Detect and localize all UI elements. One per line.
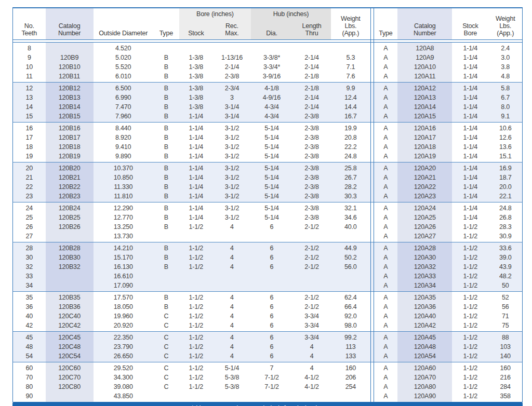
col-header-type: Type <box>153 8 179 40</box>
col-header-weight: Weight Lbs. (App.) <box>331 8 370 40</box>
cell-bore-rec-max: 3-1/2 <box>213 163 251 173</box>
cell-outside-diameter: 19.960 <box>94 312 153 321</box>
cell-bore-rec-max: 3-1/4 <box>213 112 251 123</box>
cell-type: B <box>153 262 179 272</box>
cell-bore-stock: 1-1/2 <box>179 382 213 391</box>
row-group: 24120B2412.290B1-1/43-1/25-1/42-3/832.1A… <box>13 202 523 242</box>
cell-type: B <box>153 102 179 112</box>
cell-right-catalog-number: 120A9 <box>397 53 452 62</box>
cell-bore-stock: 1-1/4 <box>179 142 213 152</box>
cell-right-stock-bore: 1-1/4 <box>452 83 488 93</box>
cell-bore-stock: 1-3/8 <box>179 102 213 112</box>
table-row: 12120B126.500B1-3/82-3/44-1/82-1/89.9A12… <box>13 83 523 93</box>
cell-bore-stock <box>179 272 213 281</box>
cell-right-stock-bore: 1-1/2 <box>452 391 488 402</box>
cell-hub-dia <box>251 232 292 242</box>
cell-right-weight: 3.0 <box>488 53 522 62</box>
cell-right-stock-bore: 1-1/4 <box>452 53 488 62</box>
cell-weight: 14.4 <box>331 102 370 112</box>
cell-weight: 20.8 <box>331 133 370 142</box>
table-row: 42120C4220.920C1-1/2463-3/498.0A120A421-… <box>13 321 523 332</box>
cell-hub-length-thru: 2-3/8 <box>292 142 331 152</box>
cell-catalog-number: 120B30 <box>46 253 94 262</box>
cell-bore-stock: 1-3/8 <box>179 53 213 62</box>
cell-bore-stock: 1-1/2 <box>179 302 213 312</box>
cell-type <box>153 272 179 281</box>
cell-type <box>153 391 179 402</box>
table-header: No. Teeth Catalog Number Outside Diamete… <box>13 8 523 40</box>
cell-right-catalog-number: 120A12 <box>397 83 452 93</box>
cell-right-catalog-number: 120A48 <box>397 342 452 351</box>
cell-catalog-number: 120B12 <box>46 83 94 93</box>
cell-type: B <box>153 62 179 72</box>
cell-bore-stock: 1-1/2 <box>179 292 213 303</box>
cell-hub-dia: 4-3/4 <box>251 102 292 112</box>
cell-teeth: 19 <box>13 152 46 163</box>
cell-right-catalog-number: 120A23 <box>397 192 452 202</box>
cell-teeth: 9 <box>13 53 46 62</box>
cell-bore-stock: 1-3/8 <box>179 93 213 102</box>
col-header-bore-rec-max: Rec. Max. <box>213 20 251 40</box>
cell-bore-stock: 1-1/4 <box>179 202 213 213</box>
cell-right-stock-bore: 1-1/2 <box>452 312 488 321</box>
cell-type: C <box>153 312 179 321</box>
table-row: 11120B116.010B1-3/82-3/83-9/162-1/87.6A1… <box>13 72 523 83</box>
cell-hub-length-thru: 4-1/2 <box>292 382 331 391</box>
cell-catalog-number: 120B16 <box>46 123 94 133</box>
cell-bore-stock: 1-1/2 <box>179 253 213 262</box>
cell-weight: 22.2 <box>331 142 370 152</box>
cell-teeth: 48 <box>13 342 46 351</box>
cell-hub-length-thru: 2-1/4 <box>292 93 331 102</box>
table-row: 20120B2010.370B1-1/43-1/25-1/42-3/825.8A… <box>13 163 523 173</box>
cell-right-weight: 22.1 <box>488 192 522 202</box>
cell-hub-length-thru: 4 <box>292 342 331 351</box>
table-row: 60120C6029.520C1-1/25-1/474160A120A601-1… <box>13 362 523 373</box>
cell-right-type: A <box>374 312 397 321</box>
cell-right-stock-bore: 1-1/4 <box>452 173 488 182</box>
col-header-right-stock-bore: Stock Bore <box>452 8 488 40</box>
cell-bore-stock: 1-1/4 <box>179 163 213 173</box>
sprocket-spec-table: No. Teeth Catalog Number Outside Diamete… <box>12 7 523 402</box>
cell-right-type: A <box>374 62 397 72</box>
cell-bore-rec-max: 4 <box>213 321 251 332</box>
cell-outside-diameter: 12.770 <box>94 213 153 222</box>
cell-right-stock-bore: 1-1/2 <box>452 342 488 351</box>
cell-type: B <box>153 292 179 303</box>
cell-right-weight: 3.8 <box>488 62 522 72</box>
cell-bore-stock: 1-1/4 <box>179 152 213 163</box>
table-row: 10120B105.520B1-3/82-1/43-3/4*2-1/47.1A1… <box>13 62 523 72</box>
cell-right-stock-bore: 1-1/4 <box>452 72 488 83</box>
cell-bore-rec-max: 3-1/2 <box>213 192 251 202</box>
cell-right-catalog-number: 120A10 <box>397 62 452 72</box>
cell-catalog-number: 120B17 <box>46 133 94 142</box>
cell-right-type: A <box>374 332 397 343</box>
cell-right-weight: 24.8 <box>488 202 522 213</box>
row-group: 12120B126.500B1-3/82-3/44-1/82-1/89.9A12… <box>13 83 523 123</box>
cell-type <box>153 43 179 53</box>
cell-weight: 254 <box>331 382 370 391</box>
table-row: 30120B3015.170B1-1/2462-1/250.2A120A301-… <box>13 253 523 262</box>
cell-type: B <box>153 123 179 133</box>
cell-outside-diameter: 22.350 <box>94 332 153 343</box>
cell-hub-length-thru <box>292 281 331 292</box>
cell-right-catalog-number: 120A32 <box>397 262 452 272</box>
cell-catalog-number: 120B32 <box>46 262 94 272</box>
cell-weight: 40.0 <box>331 222 370 232</box>
cell-bore-rec-max: 3 <box>213 93 251 102</box>
cell-right-type: A <box>374 163 397 173</box>
cell-right-catalog-number: 120A14 <box>397 102 452 112</box>
cell-catalog-number: 120B23 <box>46 192 94 202</box>
cell-right-weight: 26.8 <box>488 213 522 222</box>
cell-bore-rec-max: 5-3/8 <box>213 382 251 391</box>
cell-teeth: 35 <box>13 292 46 303</box>
cell-hub-length-thru: 2-3/8 <box>292 192 331 202</box>
cell-right-catalog-number: 120A40 <box>397 312 452 321</box>
cell-right-stock-bore: 1-1/2 <box>452 373 488 382</box>
cell-weight: 92.0 <box>331 312 370 321</box>
cell-right-stock-bore: 1-1/2 <box>452 222 488 232</box>
cell-right-stock-bore: 1-1/4 <box>452 102 488 112</box>
cell-hub-length-thru: 2-3/8 <box>292 173 331 182</box>
cell-catalog-number: 120C45 <box>46 332 94 343</box>
cell-bore-stock: 1-1/4 <box>179 173 213 182</box>
cell-catalog-number <box>46 281 94 292</box>
